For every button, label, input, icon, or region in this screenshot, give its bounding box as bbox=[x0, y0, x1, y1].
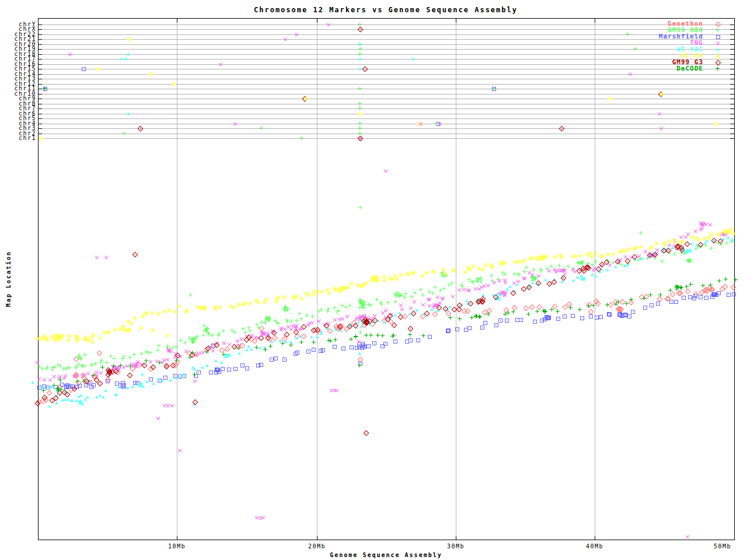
y-axis-title: Map Location bbox=[5, 251, 12, 307]
genethon-marker bbox=[665, 296, 671, 302]
gm99-g3-marker bbox=[94, 377, 100, 383]
wi-yac-marker bbox=[295, 337, 298, 340]
wi-rh-marker bbox=[424, 270, 429, 275]
gm99-gb4-marker bbox=[90, 362, 94, 366]
gm99-gb4-marker bbox=[590, 262, 594, 267]
marshfield-marker bbox=[214, 370, 218, 374]
wi-yac-marker bbox=[55, 401, 58, 404]
wi-yac-marker bbox=[560, 280, 564, 283]
wi-yac-marker bbox=[145, 380, 149, 383]
decode-outlier bbox=[193, 372, 197, 376]
gm99-g3-marker bbox=[259, 335, 264, 341]
wi-rh-marker bbox=[667, 239, 672, 243]
gm99-gb4-marker bbox=[626, 262, 630, 266]
wi-yac-marker bbox=[436, 309, 439, 312]
row-tick-right-chr11 bbox=[730, 89, 734, 89]
gm99-gb4-marker bbox=[299, 317, 303, 321]
gm99-gb4-marker bbox=[99, 360, 103, 365]
wi-rh-marker bbox=[610, 252, 615, 257]
wi-yac-marker bbox=[77, 395, 81, 398]
gm99-g3-marker bbox=[175, 353, 181, 359]
gm99-gb4-marker bbox=[112, 356, 116, 360]
genethon-marker bbox=[315, 329, 321, 335]
tng-marker bbox=[501, 292, 507, 298]
tng-marker bbox=[521, 275, 527, 281]
gm99-gb4-marker bbox=[285, 318, 289, 322]
genethon-marker bbox=[731, 285, 736, 290]
gm99-gb4-marker bbox=[189, 338, 193, 342]
genethon-outlier bbox=[665, 296, 671, 302]
decode-marker bbox=[506, 311, 510, 315]
gm99-g3-marker bbox=[372, 318, 378, 324]
wi-rh-marker bbox=[371, 275, 375, 280]
wi-yac-marker bbox=[362, 321, 365, 324]
gm99-gb4-marker bbox=[286, 307, 290, 311]
tng-marker bbox=[557, 267, 564, 274]
gm99-gb4-marker bbox=[195, 334, 199, 338]
wi-rh-marker bbox=[716, 232, 721, 237]
gm99-g3-marker bbox=[363, 317, 369, 323]
gm99-gb4-marker bbox=[65, 366, 69, 370]
row-label-chr1: chr1 bbox=[0, 135, 36, 141]
wi-rh-marker bbox=[91, 332, 96, 337]
marshfield-marker bbox=[64, 385, 68, 389]
marshfield-marker bbox=[133, 381, 137, 385]
wi-rh-marker bbox=[690, 235, 694, 239]
gm99-gb4-marker bbox=[399, 293, 403, 297]
wi-rh-marker bbox=[75, 335, 79, 340]
gm99-gb4-marker bbox=[194, 337, 198, 341]
wi-yac-marker bbox=[220, 361, 224, 364]
tng-marker bbox=[397, 302, 404, 308]
wi-yac-marker bbox=[465, 299, 469, 302]
gm99-gb4-marker bbox=[581, 265, 585, 269]
decode-marker bbox=[674, 284, 678, 288]
wi-rh-marker bbox=[466, 265, 470, 270]
wi-rh-marker bbox=[75, 338, 79, 343]
wi-rh-marker bbox=[431, 270, 436, 274]
genethon-marker bbox=[619, 307, 624, 313]
wi-rh-marker bbox=[213, 306, 218, 311]
gm99-gb4-outlier bbox=[638, 231, 643, 235]
decode-marker bbox=[550, 307, 554, 312]
tng-marker bbox=[116, 363, 123, 369]
wi-rh-marker bbox=[632, 246, 637, 251]
gm99-g3-marker bbox=[50, 398, 55, 404]
genethon-marker bbox=[240, 343, 246, 349]
genethon-marker bbox=[420, 314, 426, 320]
genethon-marker bbox=[57, 384, 63, 390]
gm99-gb4-marker bbox=[358, 299, 362, 303]
gm99-g3-outlier bbox=[392, 323, 397, 328]
marshfield-marker bbox=[595, 316, 599, 320]
gm99-gb4-marker bbox=[267, 318, 271, 322]
gm99-gb4-marker bbox=[467, 278, 471, 282]
gm99-gb4-marker bbox=[375, 298, 379, 302]
gm99-g3-marker bbox=[364, 320, 370, 326]
tng-marker bbox=[114, 366, 121, 372]
wi-rh-marker bbox=[522, 258, 526, 262]
gm99-gb4-marker bbox=[139, 352, 144, 356]
genethon-marker bbox=[148, 366, 154, 372]
tng-marker bbox=[651, 252, 657, 258]
gm99-gb4-marker bbox=[192, 336, 196, 340]
wi-rh-marker bbox=[662, 242, 666, 247]
gm99-gb4-marker bbox=[337, 309, 341, 313]
decode-marker bbox=[689, 282, 693, 286]
gm99-gb4-marker bbox=[358, 298, 362, 302]
gm99-g3-marker bbox=[676, 244, 682, 250]
marshfield-marker bbox=[78, 384, 82, 388]
wi-rh-marker bbox=[477, 266, 481, 271]
wi-yac-marker bbox=[582, 276, 586, 279]
tng-marker bbox=[498, 290, 505, 296]
marshfield-marker bbox=[217, 370, 221, 374]
genethon-marker bbox=[482, 310, 488, 316]
gm99-gb4-marker bbox=[667, 251, 671, 255]
tng-marker bbox=[133, 360, 139, 367]
tng-marker bbox=[61, 374, 67, 381]
marshfield-marker bbox=[88, 380, 92, 384]
tng-marker bbox=[85, 370, 91, 376]
gm99-gb4-marker bbox=[433, 285, 437, 289]
gm99-gb4-marker bbox=[476, 276, 480, 281]
decode-marker bbox=[717, 279, 721, 283]
wi-rh-marker bbox=[339, 287, 344, 292]
decode-outlier bbox=[364, 333, 368, 337]
